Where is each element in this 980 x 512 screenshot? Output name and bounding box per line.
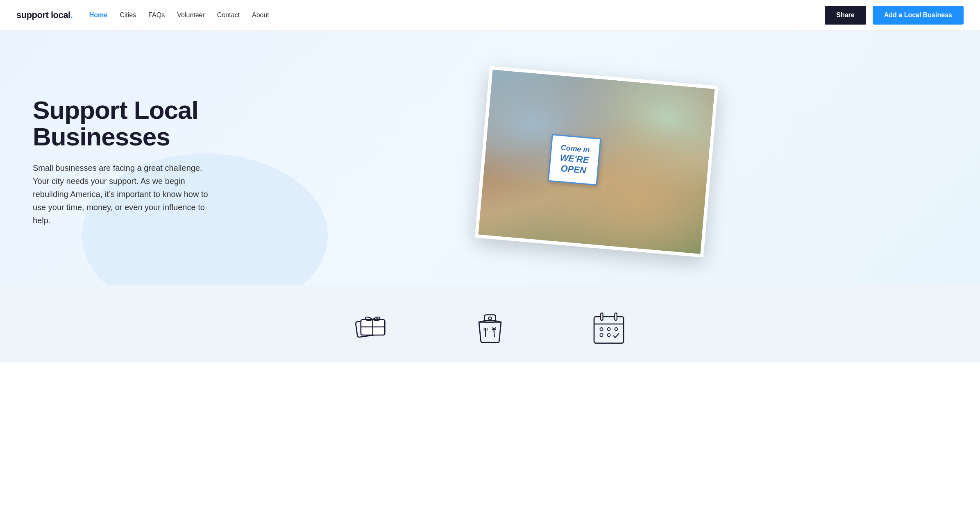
add-business-button[interactable]: Add a Local Business: [873, 6, 964, 25]
nav-faqs[interactable]: FAQs: [148, 11, 165, 18]
svg-rect-13: [594, 317, 624, 343]
hero-image-wrapper: Come in WE'RE OPEN: [246, 76, 947, 248]
icons-section: [0, 285, 980, 362]
icon-item-food: [472, 309, 508, 346]
logo-link[interactable]: support local.: [16, 10, 73, 20]
nav-contact[interactable]: Contact: [217, 11, 240, 18]
svg-point-17: [600, 328, 603, 331]
svg-point-18: [607, 328, 610, 331]
hero-content: Support Local Businesses Small businesse…: [33, 97, 246, 227]
logo-dot: .: [70, 10, 73, 20]
hero-section: Support Local Businesses Small businesse…: [0, 31, 980, 285]
nav-about[interactable]: About: [252, 11, 269, 18]
hero-photo: Come in WE'RE OPEN: [475, 66, 718, 257]
nav-home[interactable]: Home: [89, 11, 107, 18]
svg-point-19: [615, 328, 617, 331]
nav-volunteer[interactable]: Volunteer: [177, 11, 205, 18]
hero-title: Support Local Businesses: [33, 97, 246, 150]
svg-rect-15: [601, 313, 603, 320]
nav-links: Home Cities FAQs Volunteer Contact About: [89, 11, 825, 19]
svg-point-21: [607, 333, 610, 336]
navbar: support local. Home Cities FAQs Voluntee…: [0, 0, 980, 31]
icon-item-gift: [353, 309, 390, 346]
nav-cities[interactable]: Cities: [120, 11, 136, 18]
svg-point-20: [600, 333, 603, 336]
svg-point-5: [488, 317, 491, 320]
nav-actions: Share Add a Local Business: [825, 6, 964, 25]
icon-item-calendar: [590, 309, 627, 346]
svg-rect-16: [615, 313, 617, 320]
calendar-icon: [590, 309, 627, 346]
open-sign: Come in WE'RE OPEN: [547, 134, 601, 186]
food-bag-icon: [472, 309, 508, 346]
open-sign-line3: OPEN: [558, 163, 588, 176]
share-button[interactable]: Share: [825, 6, 866, 25]
hero-subtitle: Small businesses are facing a great chal…: [33, 161, 213, 227]
logo-text: support local: [16, 10, 70, 20]
gift-card-icon: [353, 309, 390, 346]
